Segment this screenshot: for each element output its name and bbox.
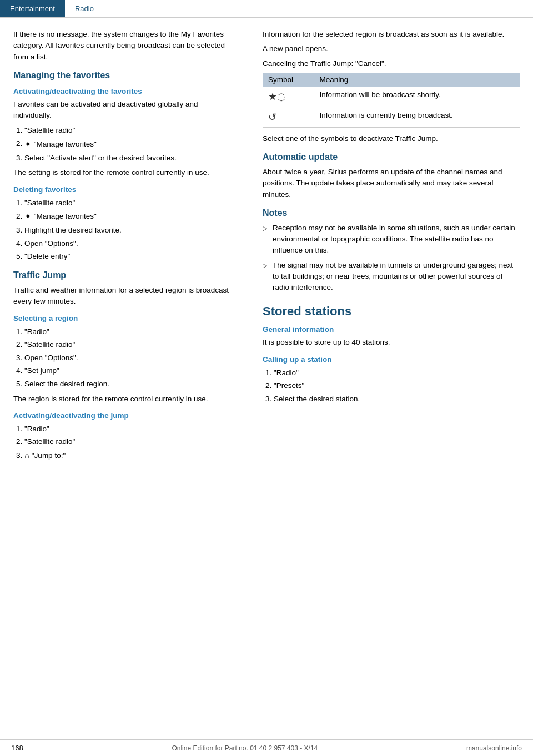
table-header-meaning: Meaning [314, 73, 520, 87]
notes-list: Reception may not be available in some s… [263, 223, 520, 294]
note-item-1: Reception may not be available in some s… [263, 223, 520, 256]
selecting-step-3: Open "Options". [24, 352, 235, 364]
left-column: If there is no message, the system chang… [0, 29, 249, 477]
info-line3: Canceling the Traffic Jump: "Cancel". [263, 58, 520, 69]
watermark: manualsonline.info [466, 744, 522, 752]
activating-note: The setting is stored for the remote con… [13, 167, 235, 178]
table-row: ↺ Information is currently being broadca… [263, 107, 520, 127]
general-body: It is possible to store up to 40 station… [263, 337, 520, 348]
symbol-cell-1: ★◌ [263, 87, 314, 107]
section-stored-stations-title: Stored stations [263, 304, 520, 319]
subsection-general-title: General information [263, 325, 520, 334]
section-managing-title: Managing the favorites [13, 70, 235, 80]
selecting-step-4: "Set jump" [24, 365, 235, 377]
deleting-step-3: Highlight the desired favorite. [24, 224, 235, 236]
header: Entertainment Radio [0, 0, 533, 18]
activating-step-3: Select "Activate alert" or the desired f… [24, 152, 235, 164]
meaning-cell-2: Information is currently being broadcast… [314, 107, 520, 127]
deleting-steps-list: "Satellite radio" ✦ "Manage favorites" H… [24, 197, 235, 263]
activating-step-2: ✦ "Manage favorites" [24, 138, 235, 151]
info-line1: Information for the selected region is b… [263, 29, 520, 40]
calling-steps-list: "Radio" "Presets" Select the desired sta… [274, 367, 520, 405]
intro-paragraph: If there is no message, the system chang… [13, 29, 235, 63]
info-line2: A new panel opens. [263, 43, 520, 54]
table-header-symbol: Symbol [263, 73, 314, 87]
calling-step-3: Select the desired station. [274, 393, 520, 405]
auto-update-body: About twice a year, Sirius performs an u… [263, 167, 520, 200]
symbol-table: Symbol Meaning ★◌ Information will be br… [263, 73, 520, 128]
deleting-step-4: Open "Options". [24, 238, 235, 250]
jump-step-1: "Radio" [24, 423, 235, 435]
activating-body: Favorites can be activated and deactivat… [13, 99, 235, 122]
footer-text: Online Edition for Part no. 01 40 2 957 … [172, 744, 318, 752]
broadcasting-icon: ↺ [268, 112, 276, 123]
main-content: If there is no message, the system chang… [0, 18, 533, 477]
deleting-step-1: "Satellite radio" [24, 197, 235, 209]
deleting-step-5: "Delete entry" [24, 250, 235, 263]
section-notes-title: Notes [263, 208, 520, 218]
manage-icon: ✦ [24, 210, 32, 223]
select-symbols-text: Select one of the symbols to deactivate … [263, 133, 520, 144]
subsection-activating-title: Activating/deactivating the favorites [13, 87, 235, 95]
footer: 168 Online Edition for Part no. 01 40 2 … [0, 739, 533, 756]
section-traffic-title: Traffic Jump [13, 270, 235, 280]
page-number: 168 [11, 744, 23, 752]
selecting-note: The region is stored for the remote cont… [13, 394, 235, 405]
calling-step-2: "Presets" [274, 380, 520, 392]
traffic-body: Traffic and weather information for a se… [13, 285, 235, 308]
selecting-step-2: "Satellite radio" [24, 339, 235, 351]
section-auto-update-title: Automatic update [263, 152, 520, 162]
selecting-steps-list: "Radio" "Satellite radio" Open "Options"… [24, 326, 235, 390]
calling-step-1: "Radio" [274, 367, 520, 379]
note-item-2: The signal may not be available in tunne… [263, 260, 520, 294]
meaning-cell-1: Information will be broadcast shortly. [314, 87, 520, 107]
tab-entertainment[interactable]: Entertainment [0, 0, 65, 17]
activating-jump-steps-list: "Radio" "Satellite radio" ⌂ "Jump to:" [24, 423, 235, 462]
jump-step-2: "Satellite radio" [24, 436, 235, 448]
activating-step-1: "Satellite radio" [24, 124, 235, 137]
selecting-step-5: Select the desired region. [24, 378, 235, 390]
subsection-selecting-title: Selecting a region [13, 314, 235, 322]
subsection-deleting-title: Deleting favorites [13, 185, 235, 194]
broadcast-soon-icon: ★◌ [268, 91, 286, 102]
favorites-icon: ✦ [24, 138, 32, 151]
tab-radio-label: Radio [75, 4, 94, 13]
selecting-step-1: "Radio" [24, 326, 235, 338]
jump-icon: ⌂ [24, 449, 29, 462]
subsection-calling-title: Calling up a station [263, 355, 520, 364]
deleting-step-2: ✦ "Manage favorites" [24, 210, 235, 223]
subsection-activating-jump-title: Activating/deactivating the jump [13, 411, 235, 420]
tab-radio[interactable]: Radio [65, 0, 104, 17]
table-row: ★◌ Information will be broadcast shortly… [263, 87, 520, 107]
jump-step-3: ⌂ "Jump to:" [24, 449, 235, 462]
table-header-row: Symbol Meaning [263, 73, 520, 87]
tab-entertainment-label: Entertainment [10, 4, 55, 13]
activating-steps-list: "Satellite radio" ✦ "Manage favorites" S… [24, 124, 235, 164]
right-column: Information for the selected region is b… [249, 29, 533, 477]
symbol-cell-2: ↺ [263, 107, 314, 127]
